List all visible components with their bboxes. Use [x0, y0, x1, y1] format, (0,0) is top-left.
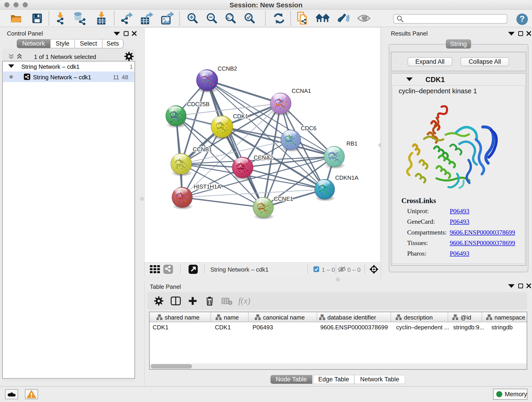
svg-text:CDC25B: CDC25B — [187, 101, 210, 108]
svg-text:CDK1: CDK1 — [233, 113, 248, 120]
svg-text:CCNA1: CCNA1 — [292, 88, 311, 94]
svg-text:HIST1H1A: HIST1H1A — [194, 184, 221, 190]
svg-text:CDC6: CDC6 — [301, 125, 317, 132]
svg-text:CDKN1A: CDKN1A — [335, 175, 359, 181]
svg-text:CCNE1: CCNE1 — [274, 196, 293, 202]
svg-text:CCNA2: CCNA2 — [254, 154, 273, 161]
svg-text:CCNB2: CCNB2 — [218, 65, 237, 72]
svg-text:RB1: RB1 — [346, 140, 358, 147]
svg-text:CCNB1: CCNB1 — [193, 146, 212, 153]
